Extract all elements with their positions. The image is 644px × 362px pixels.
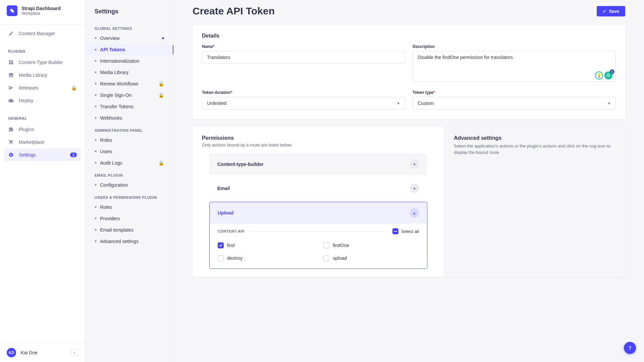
accordion-body: CONTENT-APISelect allfindfindOnedestroyu…: [210, 224, 427, 268]
user-footer: KD Kai Doe ‹: [0, 343, 85, 362]
settings-item-advanced-settings[interactable]: •Advanced settings: [85, 236, 173, 247]
chevron-down-icon: ▼: [410, 184, 419, 193]
perm-label: destroy: [227, 255, 243, 261]
checkbox[interactable]: [323, 242, 329, 248]
settings-item-overview[interactable]: •Overview: [85, 33, 173, 44]
settings-item-label: Email templates: [100, 227, 133, 233]
settings-item-providers[interactable]: •Providers: [85, 213, 173, 224]
settings-item-users[interactable]: •Users: [85, 146, 173, 157]
settings-item-label: Providers: [100, 216, 120, 221]
nav-label: Releases: [19, 85, 38, 90]
nav-deploy[interactable]: Deploy: [0, 94, 85, 107]
advanced-text: Select the application's actions or the …: [454, 143, 616, 156]
perm-destroy[interactable]: destroy: [218, 255, 313, 261]
settings-item-label: Audit Logs: [100, 160, 122, 166]
type-label: Token type*: [413, 90, 616, 95]
nav-marketplace[interactable]: Marketplace: [0, 136, 85, 148]
nav-label: Deploy: [19, 98, 34, 103]
avatar[interactable]: KD: [7, 348, 16, 357]
collapse-nav-button[interactable]: ‹: [71, 349, 78, 356]
settings-title: Settings: [85, 8, 173, 22]
settings-item-label: Advanced settings: [100, 239, 138, 244]
accordion-header[interactable]: Upload▲: [210, 202, 427, 224]
settings-item-internationalization[interactable]: •Internationalization: [85, 55, 173, 67]
perm-findOne[interactable]: findOne: [323, 242, 419, 248]
bullet-icon: •: [95, 160, 97, 166]
grammarly-icon[interactable]: G1: [604, 71, 612, 79]
nav-label: Plugins: [19, 127, 34, 132]
name-input[interactable]: [202, 51, 405, 64]
type-field: Token type* Custom ▼: [413, 90, 616, 110]
nav-content-manager[interactable]: Content Manager: [0, 27, 85, 40]
nav-plugins[interactable]: Plugins: [0, 123, 85, 136]
details-card: Details Name* Description Disable the fi…: [193, 25, 625, 119]
accordion-header[interactable]: Email▼: [209, 178, 427, 199]
bullet-icon: •: [95, 137, 97, 143]
help-button[interactable]: ?: [624, 342, 636, 354]
settings-item-review-workflows[interactable]: •Review Workflows🔒: [85, 78, 173, 89]
accordion-title: Email: [217, 186, 230, 191]
bulb-icon[interactable]: 💡: [595, 71, 603, 79]
save-button[interactable]: ✓ Save: [597, 6, 625, 16]
nav-settings[interactable]: Settings 1: [4, 148, 81, 161]
nav-media-library[interactable]: Media Library: [0, 69, 85, 81]
chevron-left-icon: ‹: [74, 350, 75, 355]
accordion-header[interactable]: Content-type-builder▼: [209, 154, 427, 175]
nav-releases[interactable]: Releases 🔒: [0, 81, 85, 94]
bullet-icon: •: [95, 35, 97, 41]
bullet-icon: •: [95, 58, 97, 64]
settings-item-roles[interactable]: •Roles: [85, 134, 173, 146]
settings-item-webhooks[interactable]: •Webhooks: [85, 112, 173, 124]
lock-icon: 🔒: [158, 93, 164, 98]
settings-badge: 1: [70, 153, 77, 157]
description-input[interactable]: Disable the findOne permission for trans…: [413, 51, 616, 82]
strapi-logo-icon: [7, 5, 17, 16]
nav-section-plugins: PLUGINS: [0, 45, 85, 56]
checkbox[interactable]: [323, 255, 329, 261]
bullet-icon: •: [95, 204, 97, 210]
settings-item-email-templates[interactable]: •Email templates: [85, 224, 173, 236]
grammarly-icons: 💡 G1: [595, 71, 612, 79]
perm-upload[interactable]: upload: [323, 255, 419, 261]
bullet-icon: •: [95, 92, 97, 98]
notification-dot-icon: [162, 37, 164, 39]
brand-title: Strapi Dashboard: [21, 6, 61, 11]
type-select[interactable]: Custom ▼: [413, 97, 616, 110]
settings-item-transfer-tokens[interactable]: •Transfer Tokens: [85, 101, 173, 112]
settings-item-single-sign-on[interactable]: •Single Sign-On🔒: [85, 89, 173, 101]
perm-find[interactable]: find: [218, 242, 313, 248]
settings-item-label: Users: [100, 149, 112, 154]
settings-item-label: Review Workflows: [100, 81, 138, 86]
duration-select[interactable]: Unlimited ▼: [202, 97, 405, 110]
settings-group-title: GLOBAL SETTINGS: [85, 22, 173, 33]
lock-icon: 🔒: [71, 85, 77, 90]
brand[interactable]: Strapi Dashboard Workplace: [0, 0, 85, 21]
settings-item-audit-logs[interactable]: •Audit Logs🔒: [85, 157, 173, 169]
gear-icon: [8, 152, 14, 158]
settings-item-configuration[interactable]: •Configuration: [85, 179, 173, 191]
settings-item-api-tokens[interactable]: •API Tokens: [85, 44, 173, 55]
check-icon: ✓: [603, 9, 606, 14]
select-all[interactable]: Select all: [392, 228, 419, 234]
checkbox[interactable]: [218, 242, 224, 248]
select-all-checkbox[interactable]: [392, 228, 398, 234]
bullet-icon: •: [95, 227, 97, 233]
advanced-heading: Advanced settings: [454, 135, 616, 141]
lock-icon: 🔒: [158, 160, 164, 166]
description-field: Description Disable the findOne permissi…: [413, 44, 616, 83]
settings-item-label: Roles: [100, 137, 112, 143]
settings-item-label: Internationalization: [100, 58, 140, 64]
settings-item-label: Webhooks: [100, 115, 122, 121]
checkbox[interactable]: [218, 255, 224, 261]
nav-content-type-builder[interactable]: Content-Type Builder: [0, 56, 85, 69]
nav-section-general: GENERAL: [0, 112, 85, 123]
bullet-icon: •: [95, 238, 97, 244]
bullet-icon: •: [95, 81, 97, 87]
settings-item-roles[interactable]: •Roles: [85, 201, 173, 213]
brand-subtitle: Workplace: [21, 11, 61, 16]
details-heading: Details: [202, 33, 616, 39]
settings-item-label: Media Library: [100, 70, 128, 75]
settings-item-media-library[interactable]: •Media Library: [85, 67, 173, 78]
main-content: Create API Token ✓ Save Details Name* De…: [174, 0, 644, 362]
chevron-down-icon: ▼: [607, 102, 611, 105]
